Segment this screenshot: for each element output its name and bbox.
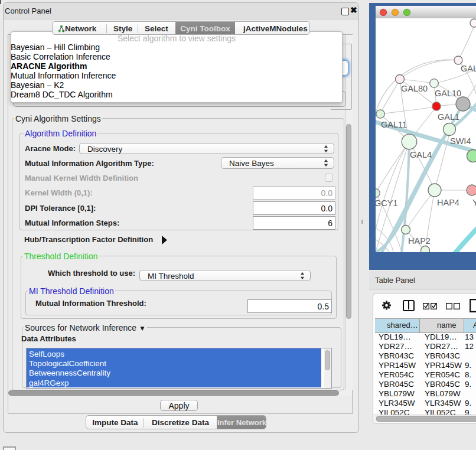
svg-text:GAL4: GAL4 [410, 150, 432, 159]
svg-text:GAL1: GAL1 [438, 112, 459, 122]
svg-text:GCY1: GCY1 [376, 198, 398, 208]
svg-text:GAL7: GAL7 [461, 64, 476, 73]
svg-text:HAP2: HAP2 [408, 236, 431, 246]
svg-text:HAP4: HAP4 [437, 198, 459, 207]
svg-text:GAL11: GAL11 [381, 120, 407, 129]
svg-text:GAL10: GAL10 [435, 89, 461, 98]
svg-text:GAL80: GAL80 [401, 84, 428, 93]
svg-text:Y: Y [472, 198, 476, 207]
svg-text:SWI4: SWI4 [450, 136, 471, 146]
